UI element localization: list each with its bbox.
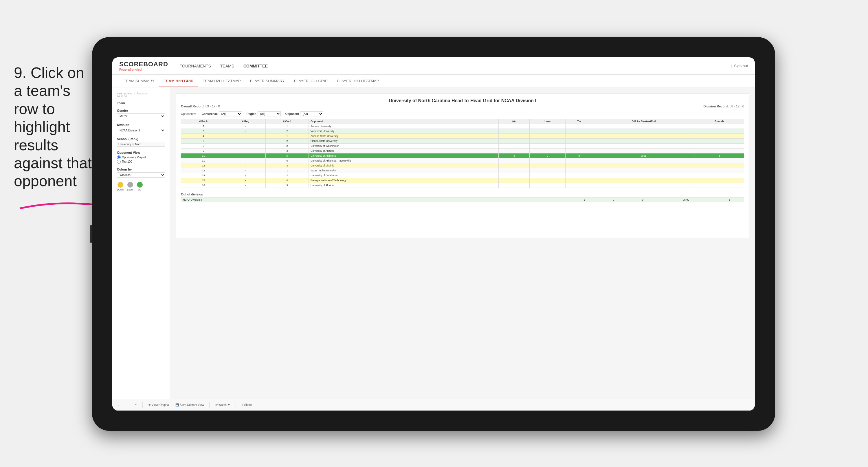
sub-nav-team-h2h-grid[interactable]: TEAM H2H GRID xyxy=(159,75,198,87)
cell-conf: 5 xyxy=(266,153,309,158)
cell-opponent: University of Florida xyxy=(309,183,499,188)
sidebar-gender-select[interactable]: Men's xyxy=(117,114,165,119)
radio-opponents-played-input[interactable] xyxy=(117,155,121,159)
sub-nav-player-h2h-grid[interactable]: PLAYER H2H GRID xyxy=(289,75,332,87)
sub-nav-player-summary[interactable]: PLAYER SUMMARY xyxy=(245,75,289,87)
opponents-label: Opponents: xyxy=(181,112,196,116)
radio-top-100-input[interactable] xyxy=(117,160,121,164)
table-row[interactable]: 11-5University of Alabama3002.618 xyxy=(181,153,744,158)
cell-win xyxy=(499,183,530,188)
sidebar-colour-select[interactable]: Win/loss xyxy=(117,172,165,178)
table-row[interactable]: 2-1Auburn University xyxy=(181,124,744,129)
nav-teams[interactable]: TEAMS xyxy=(220,62,234,69)
legend-down-dot xyxy=(118,182,123,187)
table-row[interactable]: 16-3University of Florida xyxy=(181,183,744,188)
sidebar-colour-section: Colour by Win/loss xyxy=(117,168,165,178)
sidebar-radio-top-100[interactable]: Top 100 xyxy=(117,160,165,164)
cell-conf: 4 xyxy=(266,178,309,183)
cell-conf: 6 xyxy=(266,158,309,163)
sidebar-opponent-view-section: Opponent View Opponents Played Top 100 xyxy=(117,151,165,164)
region-select[interactable]: (All) xyxy=(257,112,281,116)
sidebar-division-section: Division NCAA Division I xyxy=(117,123,165,133)
cell-rounds xyxy=(695,163,744,168)
sidebar-updated: Last Updated: 27/03/2024 16:55:38 xyxy=(117,92,165,98)
sub-nav-team-summary[interactable]: TEAM SUMMARY xyxy=(119,75,159,87)
col-conf: # Conf xyxy=(266,119,309,124)
cell-conf: 2 xyxy=(266,173,309,178)
share-btn[interactable]: ⇧ Share xyxy=(239,403,254,407)
cell-rounds xyxy=(695,158,744,163)
sub-nav-player-h2h-heatmap[interactable]: PLAYER H2H HEATMAP xyxy=(332,75,383,87)
cell-tie xyxy=(565,163,593,168)
cell-opponent: University of Virginia xyxy=(309,163,499,168)
opponent-select[interactable]: (All) xyxy=(300,112,323,116)
table-row[interactable]: 9-3University of Arizona xyxy=(181,148,744,153)
table-row[interactable]: 4-1Arizona State University xyxy=(181,134,744,139)
cell-opponent: University of Oklahoma xyxy=(309,173,499,178)
cell-loss xyxy=(530,124,565,129)
cell-rank: 6 xyxy=(181,139,226,144)
table-row[interactable]: 11-6University of Arkansas, Fayetteville xyxy=(181,158,744,163)
col-reg: # Reg xyxy=(226,119,266,124)
cell-loss xyxy=(530,129,565,134)
cell-win xyxy=(499,134,530,139)
watch-btn[interactable]: 👁 Watch ▼ xyxy=(213,403,232,407)
out-of-division-section: Out of division NCAA Division II 1 0 0 2… xyxy=(181,193,744,202)
cell-conf: 3 xyxy=(266,148,309,153)
sub-nav: TEAM SUMMARY TEAM H2H GRID TEAM H2H HEAT… xyxy=(112,75,755,87)
out-division-win: 1 xyxy=(569,198,599,202)
cell-opponent: Auburn University xyxy=(309,124,499,129)
table-row[interactable]: 3-2Vanderbilt University xyxy=(181,129,744,134)
cell-rank: 16 xyxy=(181,183,226,188)
logo-powered: Powered by clippi xyxy=(119,68,168,71)
conference-select[interactable]: (All) xyxy=(219,112,242,116)
sidebar-radio-opponents-played[interactable]: Opponents Played xyxy=(117,155,165,159)
cell-diff xyxy=(593,129,695,134)
table-row[interactable]: 8-2University of Washington xyxy=(181,144,744,148)
cell-reg: - xyxy=(226,139,266,144)
sidebar-division-select[interactable]: NCAA Division I xyxy=(117,128,165,133)
overall-record: Overall Record: 89 - 17 - 0 xyxy=(181,105,220,108)
sign-out-link[interactable]: Sign out xyxy=(734,64,748,68)
sidebar-opponent-view-label: Opponent View xyxy=(117,151,165,154)
nav-tournaments[interactable]: TOURNAMENTS xyxy=(180,62,211,69)
cell-tie xyxy=(565,144,593,148)
region-label: Region xyxy=(247,112,256,116)
table-row[interactable]: 13-1Texas Tech University xyxy=(181,168,744,173)
out-of-division-label: Out of division xyxy=(181,193,744,196)
table-row[interactable]: 6-2Florida State University xyxy=(181,139,744,144)
sidebar-radio-group: Opponents Played Top 100 xyxy=(117,155,165,164)
table-row[interactable]: 12-3University of Virginia xyxy=(181,163,744,168)
view-original-btn[interactable]: 👁 View: Original xyxy=(170,403,172,407)
cell-opponent: University of Arizona xyxy=(309,148,499,153)
region-filter: Region (All) xyxy=(247,112,281,116)
col-diff: Diff Av Strokes/Rnd xyxy=(593,119,695,124)
cell-tie xyxy=(565,173,593,178)
cell-reg: - xyxy=(226,129,266,134)
out-division-tie: 0 xyxy=(628,198,657,202)
sub-nav-team-h2h-heatmap[interactable]: TEAM H2H HEATMAP xyxy=(198,75,245,87)
cell-rank: 4 xyxy=(181,134,226,139)
cell-loss xyxy=(530,139,565,144)
logo-scoreboard: SCOREBOARD xyxy=(119,60,168,68)
save-custom-view-btn[interactable]: 💾 Save Custom View xyxy=(174,403,206,407)
sidebar-school-section: School (Rank) University of Nort... xyxy=(117,137,165,147)
col-opponent: Opponent xyxy=(309,119,499,124)
cell-loss xyxy=(530,144,565,148)
cell-rank: 12 xyxy=(181,163,226,168)
cell-tie xyxy=(565,148,593,153)
table-row[interactable]: 14-2University of Oklahoma xyxy=(181,173,744,178)
out-of-division-row[interactable]: NCAA Division II 1 0 0 26.00 3 xyxy=(181,198,744,202)
cell-win xyxy=(499,163,530,168)
nav-separator: | xyxy=(731,64,732,68)
tablet-screen: SCOREBOARD Powered by clippi TOURNAMENTS… xyxy=(112,57,755,411)
cell-reg: - xyxy=(226,163,266,168)
cell-rounds xyxy=(695,144,744,148)
division-record: Division Record: 88 - 17 - 0 xyxy=(703,105,744,108)
table-row[interactable]: 15-4Georgia Institute of Technology xyxy=(181,178,744,183)
cell-opponent: University of Alabama xyxy=(309,153,499,158)
cell-rounds xyxy=(695,183,744,188)
sidebar-team-section: Team xyxy=(117,101,165,105)
nav-committee[interactable]: COMMITTEE xyxy=(243,62,268,69)
sidebar-gender-label: Gender xyxy=(117,109,165,112)
